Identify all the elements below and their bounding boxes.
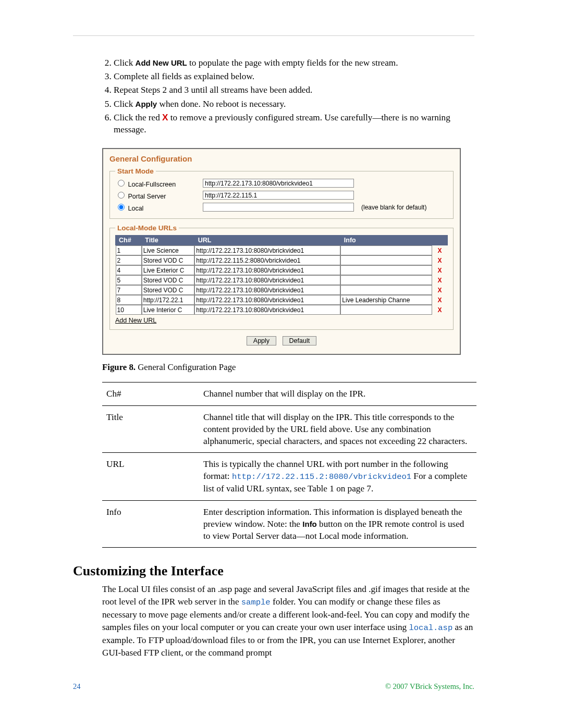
info-input[interactable] (340, 285, 432, 295)
info-input[interactable] (340, 265, 432, 275)
info-input[interactable] (340, 295, 432, 305)
mode-option[interactable]: Portal Server (115, 190, 199, 200)
ch-input[interactable] (116, 245, 142, 255)
instruction-step: Click Apply when done. No reboot is nece… (114, 98, 474, 110)
url-input[interactable] (194, 285, 340, 295)
mode-radio[interactable] (118, 204, 125, 211)
mode-hint: (leave blank for default) (361, 204, 426, 211)
ch-input[interactable] (116, 265, 142, 275)
title-input[interactable] (142, 265, 195, 275)
delete-row-icon[interactable]: X (438, 287, 442, 294)
customizing-paragraph: The Local UI files consist of an .asp pa… (102, 583, 474, 659)
table-row: X (116, 275, 448, 285)
customizing-interface-heading: Customizing the Interface (73, 563, 474, 579)
mode-url-input[interactable] (203, 179, 354, 188)
def-desc: Channel number that will display on the … (199, 382, 476, 405)
instruction-step: Click Add New URL to populate the page w… (114, 57, 474, 69)
info-input[interactable] (340, 255, 432, 265)
title-input[interactable] (142, 295, 195, 305)
table-row: X (116, 285, 448, 295)
url-input[interactable] (194, 295, 340, 305)
ch-input[interactable] (116, 295, 142, 305)
delete-row-icon[interactable]: X (438, 257, 442, 264)
field-definition-table: Ch#Channel number that will display on t… (102, 382, 476, 548)
table-row: X (116, 245, 448, 256)
def-term: Info (102, 500, 199, 548)
col-header-ch: Ch# (116, 236, 142, 245)
page-number: 24 (73, 682, 81, 691)
url-input[interactable] (194, 265, 340, 275)
local-mode-urls-fieldset: Local-Mode URLs Ch# Title URL Info XXXXX… (109, 224, 454, 330)
def-desc: Channel title that will display on the I… (199, 405, 476, 453)
delete-row-icon[interactable]: X (438, 247, 442, 254)
url-input[interactable] (194, 305, 340, 315)
def-term: Title (102, 405, 199, 453)
start-mode-legend: Start Mode (115, 167, 156, 175)
apply-button[interactable]: Apply (247, 336, 276, 346)
url-input[interactable] (194, 275, 340, 285)
ch-input[interactable] (116, 275, 142, 285)
info-input[interactable] (340, 305, 432, 315)
delete-row-icon[interactable]: X (438, 306, 442, 314)
delete-row-icon[interactable]: X (438, 277, 442, 284)
table-row: X (116, 305, 448, 315)
local-mode-urls-legend: Local-Mode URLs (115, 224, 179, 232)
url-input[interactable] (194, 255, 340, 265)
table-row: X (116, 265, 448, 275)
url-input[interactable] (194, 245, 340, 255)
def-term: URL (102, 453, 199, 500)
col-header-title: Title (142, 236, 195, 245)
local-mode-urls-table: Ch# Title URL Info XXXXXXX (115, 235, 448, 315)
panel-title: General Configuration (109, 154, 454, 163)
default-button[interactable]: Default (283, 336, 317, 346)
add-new-url-link[interactable]: Add New URL (115, 317, 156, 324)
title-input[interactable] (142, 275, 195, 285)
figure-caption: Figure 8. General Configuration Page (102, 362, 474, 373)
title-input[interactable] (142, 245, 195, 255)
table-row: X (116, 295, 448, 305)
def-term: Ch# (102, 382, 199, 405)
title-input[interactable] (142, 285, 195, 295)
mode-option[interactable]: Local-Fullscreen (115, 178, 199, 188)
mode-option[interactable]: Local (115, 202, 199, 212)
ch-input[interactable] (116, 255, 142, 265)
table-row: X (116, 255, 448, 265)
def-desc: Enter description information. This info… (199, 500, 476, 548)
start-mode-fieldset: Start Mode Local-Fullscreen Portal Serve… (109, 167, 454, 219)
instruction-step: Click the red X to remove a previously c… (114, 112, 474, 135)
instruction-step: Repeat Steps 2 and 3 until all streams h… (114, 84, 474, 96)
title-input[interactable] (142, 255, 195, 265)
mode-url-input[interactable] (203, 191, 354, 200)
general-configuration-panel: General Configuration Start Mode Local-F… (102, 148, 461, 355)
mode-radio[interactable] (118, 180, 125, 187)
instruction-list: Click Add New URL to populate the page w… (73, 57, 474, 135)
ch-input[interactable] (116, 305, 142, 315)
col-header-url: URL (194, 236, 340, 245)
copyright: © 2007 VBrick Systems, Inc. (385, 682, 474, 691)
delete-row-icon[interactable]: X (438, 297, 442, 304)
title-input[interactable] (142, 305, 195, 315)
info-input[interactable] (340, 245, 432, 255)
def-desc: This is typically the channel URL with p… (199, 453, 476, 500)
col-header-info: Info (340, 236, 432, 245)
info-input[interactable] (340, 275, 432, 285)
delete-row-icon[interactable]: X (438, 267, 442, 274)
ch-input[interactable] (116, 285, 142, 295)
instruction-step: Complete all fields as explained below. (114, 70, 474, 82)
mode-url-input[interactable] (203, 203, 354, 212)
page-footer: 24 © 2007 VBrick Systems, Inc. (73, 682, 474, 691)
mode-radio[interactable] (118, 192, 125, 199)
